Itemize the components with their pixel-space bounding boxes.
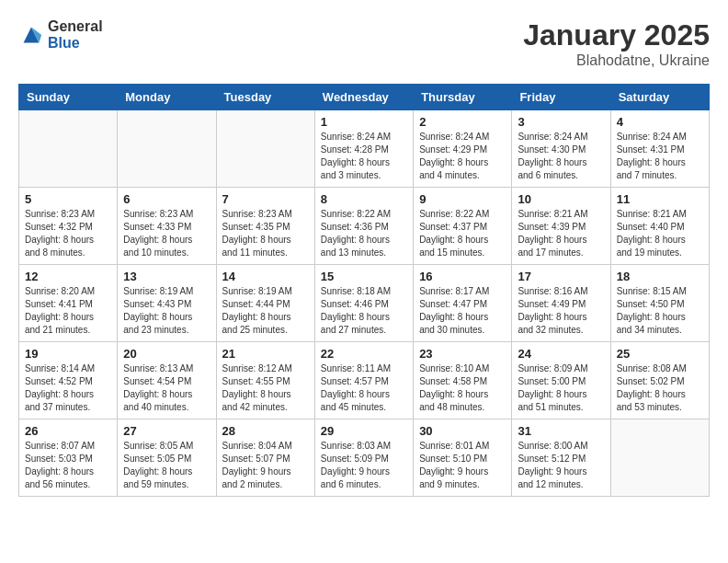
day-info: Sunrise: 8:24 AM Sunset: 4:28 PM Dayligh… — [321, 131, 407, 182]
calendar-cell: 25Sunrise: 8:08 AM Sunset: 5:02 PM Dayli… — [610, 342, 709, 419]
calendar-cell — [610, 419, 709, 497]
day-info: Sunrise: 8:24 AM Sunset: 4:31 PM Dayligh… — [617, 131, 703, 182]
calendar-cell: 7Sunrise: 8:23 AM Sunset: 4:35 PM Daylig… — [216, 188, 314, 265]
day-info: Sunrise: 8:24 AM Sunset: 4:29 PM Dayligh… — [419, 131, 506, 182]
weekday-header-row: SundayMondayTuesdayWednesdayThursdayFrid… — [19, 85, 710, 110]
day-info: Sunrise: 8:14 AM Sunset: 4:52 PM Dayligh… — [25, 362, 111, 414]
calendar-cell: 11Sunrise: 8:21 AM Sunset: 4:40 PM Dayli… — [610, 188, 709, 265]
day-info: Sunrise: 8:16 AM Sunset: 4:49 PM Dayligh… — [518, 285, 604, 337]
title-block: January 2025 Blahodatne, Ukraine — [523, 18, 710, 69]
day-info: Sunrise: 8:24 AM Sunset: 4:30 PM Dayligh… — [518, 131, 604, 182]
calendar-cell: 26Sunrise: 8:07 AM Sunset: 5:03 PM Dayli… — [19, 419, 118, 497]
day-info: Sunrise: 8:20 AM Sunset: 4:41 PM Dayligh… — [25, 285, 111, 337]
day-info: Sunrise: 8:21 AM Sunset: 4:40 PM Dayligh… — [617, 208, 703, 259]
logo-blue: Blue — [48, 35, 103, 52]
day-info: Sunrise: 8:08 AM Sunset: 5:02 PM Dayligh… — [617, 362, 703, 414]
calendar-cell: 27Sunrise: 8:05 AM Sunset: 5:05 PM Dayli… — [118, 419, 216, 497]
weekday-header-monday: Monday — [118, 85, 216, 110]
calendar-cell: 10Sunrise: 8:21 AM Sunset: 4:39 PM Dayli… — [512, 188, 610, 265]
page-header: General Blue January 2025 Blahodatne, Uk… — [18, 18, 710, 69]
day-info: Sunrise: 8:21 AM Sunset: 4:39 PM Dayligh… — [518, 208, 604, 259]
calendar-cell: 29Sunrise: 8:03 AM Sunset: 5:09 PM Dayli… — [314, 419, 413, 497]
day-info: Sunrise: 8:00 AM Sunset: 5:12 PM Dayligh… — [518, 440, 604, 491]
day-info: Sunrise: 8:11 AM Sunset: 4:57 PM Dayligh… — [321, 362, 407, 414]
day-number: 23 — [419, 347, 506, 361]
logo-general: General — [48, 18, 103, 35]
day-info: Sunrise: 8:19 AM Sunset: 4:43 PM Dayligh… — [123, 285, 210, 337]
calendar-cell: 16Sunrise: 8:17 AM Sunset: 4:47 PM Dayli… — [414, 265, 512, 342]
day-number: 15 — [321, 270, 407, 283]
day-info: Sunrise: 8:07 AM Sunset: 5:03 PM Dayligh… — [25, 440, 111, 491]
calendar-week-row: 1Sunrise: 8:24 AM Sunset: 4:28 PM Daylig… — [19, 110, 710, 188]
day-number: 13 — [123, 270, 210, 283]
day-number: 1 — [321, 115, 407, 129]
day-number: 3 — [518, 115, 604, 129]
calendar-cell: 8Sunrise: 8:22 AM Sunset: 4:36 PM Daylig… — [314, 188, 413, 265]
day-info: Sunrise: 8:23 AM Sunset: 4:33 PM Dayligh… — [123, 208, 210, 259]
day-info: Sunrise: 8:03 AM Sunset: 5:09 PM Dayligh… — [321, 440, 407, 491]
calendar-table: SundayMondayTuesdayWednesdayThursdayFrid… — [18, 84, 710, 497]
day-number: 10 — [518, 192, 604, 206]
day-number: 31 — [518, 424, 604, 438]
day-info: Sunrise: 8:22 AM Sunset: 4:36 PM Dayligh… — [321, 208, 407, 259]
calendar-cell — [19, 110, 118, 188]
day-number: 16 — [419, 270, 506, 283]
day-info: Sunrise: 8:10 AM Sunset: 4:58 PM Dayligh… — [419, 362, 506, 414]
calendar-week-row: 19Sunrise: 8:14 AM Sunset: 4:52 PM Dayli… — [19, 342, 710, 419]
day-info: Sunrise: 8:01 AM Sunset: 5:10 PM Dayligh… — [419, 440, 506, 491]
day-info: Sunrise: 8:19 AM Sunset: 4:44 PM Dayligh… — [222, 285, 309, 337]
subtitle: Blahodatne, Ukraine — [523, 52, 710, 69]
calendar-cell: 30Sunrise: 8:01 AM Sunset: 5:10 PM Dayli… — [414, 419, 512, 497]
calendar-cell: 23Sunrise: 8:10 AM Sunset: 4:58 PM Dayli… — [414, 342, 512, 419]
day-number: 21 — [222, 347, 309, 361]
day-number: 4 — [617, 115, 703, 129]
day-number: 20 — [123, 347, 210, 361]
calendar-cell: 19Sunrise: 8:14 AM Sunset: 4:52 PM Dayli… — [19, 342, 118, 419]
day-number: 14 — [222, 270, 309, 283]
calendar-cell: 24Sunrise: 8:09 AM Sunset: 5:00 PM Dayli… — [512, 342, 610, 419]
day-info: Sunrise: 8:04 AM Sunset: 5:07 PM Dayligh… — [222, 440, 309, 491]
day-number: 11 — [617, 192, 703, 206]
day-info: Sunrise: 8:12 AM Sunset: 4:55 PM Dayligh… — [222, 362, 309, 414]
calendar-week-row: 26Sunrise: 8:07 AM Sunset: 5:03 PM Dayli… — [19, 419, 710, 497]
day-number: 30 — [419, 424, 506, 438]
calendar-cell: 22Sunrise: 8:11 AM Sunset: 4:57 PM Dayli… — [314, 342, 413, 419]
calendar-cell: 31Sunrise: 8:00 AM Sunset: 5:12 PM Dayli… — [512, 419, 610, 497]
day-info: Sunrise: 8:05 AM Sunset: 5:05 PM Dayligh… — [123, 440, 210, 491]
logo: General Blue — [18, 18, 103, 51]
day-info: Sunrise: 8:15 AM Sunset: 4:50 PM Dayligh… — [617, 285, 703, 337]
day-info: Sunrise: 8:18 AM Sunset: 4:46 PM Dayligh… — [321, 285, 407, 337]
weekday-header-tuesday: Tuesday — [216, 85, 314, 110]
weekday-header-sunday: Sunday — [19, 85, 118, 110]
calendar-cell: 28Sunrise: 8:04 AM Sunset: 5:07 PM Dayli… — [216, 419, 314, 497]
calendar-cell: 17Sunrise: 8:16 AM Sunset: 4:49 PM Dayli… — [512, 265, 610, 342]
day-info: Sunrise: 8:23 AM Sunset: 4:35 PM Dayligh… — [222, 208, 309, 259]
calendar-cell: 1Sunrise: 8:24 AM Sunset: 4:28 PM Daylig… — [314, 110, 413, 188]
calendar-cell: 20Sunrise: 8:13 AM Sunset: 4:54 PM Dayli… — [118, 342, 216, 419]
calendar-cell: 3Sunrise: 8:24 AM Sunset: 4:30 PM Daylig… — [512, 110, 610, 188]
logo-text: General Blue — [48, 18, 103, 51]
weekday-header-thursday: Thursday — [414, 85, 512, 110]
weekday-header-wednesday: Wednesday — [314, 85, 413, 110]
day-number: 6 — [123, 192, 210, 206]
day-info: Sunrise: 8:09 AM Sunset: 5:00 PM Dayligh… — [518, 362, 604, 414]
calendar-week-row: 5Sunrise: 8:23 AM Sunset: 4:32 PM Daylig… — [19, 188, 710, 265]
day-number: 27 — [123, 424, 210, 438]
day-info: Sunrise: 8:17 AM Sunset: 4:47 PM Dayligh… — [419, 285, 506, 337]
day-number: 2 — [419, 115, 506, 129]
day-number: 12 — [25, 270, 111, 283]
calendar-cell: 14Sunrise: 8:19 AM Sunset: 4:44 PM Dayli… — [216, 265, 314, 342]
day-number: 5 — [25, 192, 111, 206]
calendar-cell: 15Sunrise: 8:18 AM Sunset: 4:46 PM Dayli… — [314, 265, 413, 342]
day-info: Sunrise: 8:23 AM Sunset: 4:32 PM Dayligh… — [25, 208, 111, 259]
calendar-cell — [118, 110, 216, 188]
day-number: 8 — [321, 192, 407, 206]
day-number: 28 — [222, 424, 309, 438]
calendar-cell — [216, 110, 314, 188]
day-number: 22 — [321, 347, 407, 361]
weekday-header-saturday: Saturday — [610, 85, 709, 110]
calendar-cell: 6Sunrise: 8:23 AM Sunset: 4:33 PM Daylig… — [118, 188, 216, 265]
day-number: 9 — [419, 192, 506, 206]
calendar-cell: 13Sunrise: 8:19 AM Sunset: 4:43 PM Dayli… — [118, 265, 216, 342]
calendar-cell: 21Sunrise: 8:12 AM Sunset: 4:55 PM Dayli… — [216, 342, 314, 419]
